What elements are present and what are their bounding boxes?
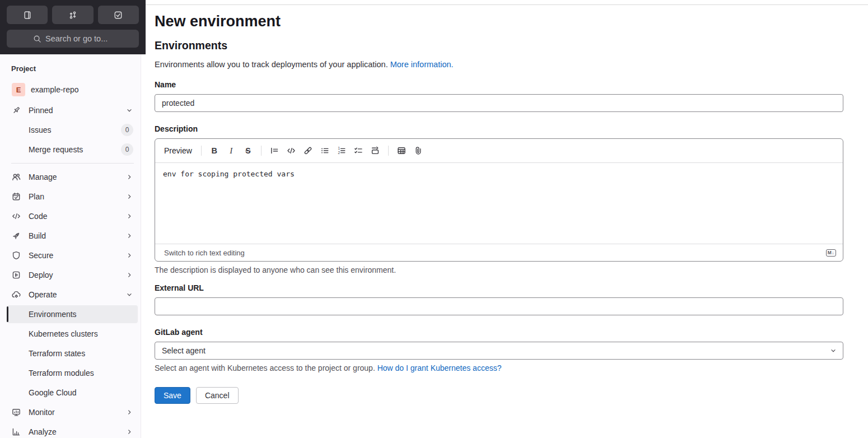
users-icon [12,173,21,181]
save-button[interactable]: Save [155,387,190,404]
sidebar-item-monitor[interactable]: Monitor [7,403,138,421]
intro-text-body: Environments allow you to track deployme… [155,60,388,69]
sidebar-item-label: Environments [12,310,133,319]
sidebar-item-label: Terraform states [12,349,133,358]
sidebar-item-label: Pinned [29,106,125,115]
sidebar-item-label: Build [29,231,125,240]
deploy-icon [12,271,21,279]
search-bar[interactable] [7,30,139,48]
sidebar-item-terraform-modules[interactable]: Terraform modules [7,364,138,382]
top-gap [141,0,868,4]
merge-requests-shortcut-button[interactable] [52,6,93,24]
numbered-list-icon: 12 [337,146,346,155]
sidebar-item-label: Plan [29,192,125,201]
sidebar-item-merge-requests[interactable]: Merge requests 0 [7,141,138,159]
external-url-input[interactable] [155,297,843,315]
toolbar-separator [201,146,202,156]
insert-link-button[interactable] [301,143,315,158]
chevron-right-icon [125,428,133,436]
merge-request-icon [68,11,77,20]
sidebar-item-build[interactable]: Build [7,227,138,245]
chevron-right-icon [125,232,133,240]
quote-icon [270,146,279,155]
agent-select[interactable]: Select agent [155,342,843,360]
chevron-right-icon [125,212,133,220]
sidebar-item-label: Terraform modules [12,369,133,378]
chart-icon [12,427,21,436]
italic-button[interactable]: I [224,143,239,158]
main-content: New environment Environments Environment… [141,0,868,438]
name-input[interactable] [155,94,843,112]
switch-to-rich-text-link[interactable]: Switch to rich text editing [164,249,245,257]
chevron-down-icon [829,347,837,355]
issues-icon [23,11,32,20]
bold-button[interactable]: B [207,143,222,158]
page-title: New environment [155,13,843,30]
collapsible-section-icon [371,146,380,155]
sidebar-divider [11,163,134,164]
sidebar-item-pinned[interactable]: Pinned [7,101,138,119]
kubernetes-access-help-link[interactable]: How do I grant Kubernetes access? [377,364,502,372]
svg-text:1: 1 [338,146,340,150]
search-icon [33,35,41,43]
link-icon [304,146,312,155]
active-indicator [7,306,8,322]
sidebar-item-label: Issues [12,125,121,134]
agent-help-text: Select an agent with Kubernetes access t… [155,364,843,372]
sidebar-item-project[interactable]: E example-repo [7,80,138,100]
bold-icon: B [212,146,217,155]
bullet-list-button[interactable] [318,143,332,158]
strikethrough-icon: S [245,146,250,155]
task-list-button[interactable] [351,143,366,158]
more-information-link[interactable]: More information. [390,60,454,69]
issues-count-badge: 0 [121,124,133,136]
project-name: example-repo [31,85,133,94]
preview-tab[interactable]: Preview [164,143,197,159]
agent-select-value: Select agent [162,346,206,355]
sidebar-item-deploy[interactable]: Deploy [7,266,138,284]
intro-text: Environments allow you to track deployme… [155,60,843,69]
numbered-list-button[interactable]: 12 [334,143,349,158]
chevron-right-icon [125,251,133,259]
markdown-editor: Preview B I S [155,138,843,262]
sidebar-item-terraform-states[interactable]: Terraform states [7,344,138,362]
markdown-toolbar: Preview B I S [155,139,843,163]
sidebar-item-operate[interactable]: Operate [7,286,138,304]
sidebar-item-label: Code [29,212,125,221]
chevron-right-icon [125,271,133,279]
sidebar-context-header [0,0,146,54]
agent-help-body: Select an agent with Kubernetes access t… [155,364,375,372]
attach-file-button[interactable] [411,143,426,158]
external-url-field-group: External URL [155,283,843,315]
description-textarea[interactable]: env for scoping protected vars [155,163,843,244]
svg-text:2: 2 [338,151,340,155]
pin-icon [12,106,21,115]
insert-code-button[interactable] [284,143,298,158]
search-input[interactable] [45,34,113,43]
issues-shortcut-button[interactable] [7,6,48,24]
project-avatar: E [12,83,25,96]
cancel-button[interactable]: Cancel [196,387,239,404]
sidebar-item-manage[interactable]: Manage [7,168,138,186]
sidebar-item-kubernetes-clusters[interactable]: Kubernetes clusters [7,325,138,343]
gitlab-agent-field-group: GitLab agent Select agent Select an agen… [155,328,843,372]
task-list-icon [354,146,363,155]
sidebar-item-code[interactable]: Code [7,207,138,225]
todo-check-icon [114,11,123,20]
sidebar-item-analyze[interactable]: Analyze [7,423,138,438]
todo-shortcut-button[interactable] [98,6,139,24]
sidebar-item-issues[interactable]: Issues 0 [7,121,138,139]
toolbar-separator [261,146,262,156]
gitlab-agent-label: GitLab agent [155,328,843,337]
description-field-group: Description Preview B I S [155,124,843,274]
quote-button[interactable] [267,143,282,158]
strikethrough-button[interactable]: S [241,143,255,158]
insert-table-button[interactable] [394,143,409,158]
collapsible-section-button[interactable] [368,143,382,158]
sidebar-item-google-cloud[interactable]: Google Cloud [7,384,138,402]
sidebar-section-label: Project [4,60,141,80]
sidebar-item-plan[interactable]: Plan [7,188,138,206]
sidebar-item-secure[interactable]: Secure [7,246,138,264]
chevron-right-icon [125,193,133,201]
sidebar-item-environments[interactable]: Environments [7,305,138,323]
